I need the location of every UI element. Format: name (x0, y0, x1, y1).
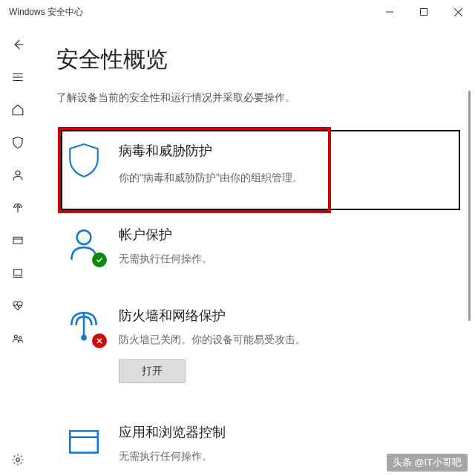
menu-button[interactable] (3, 62, 33, 92)
nav-firewall[interactable] (3, 193, 33, 223)
firewall-enable-button[interactable]: 打开 (119, 359, 186, 383)
card-firewall-desc: 防火墙已关闭。你的设备可能易受攻击。 (119, 332, 306, 348)
card-firewall-title: 防火墙和网络保护 (119, 307, 306, 325)
svg-rect-10 (13, 237, 22, 244)
svg-rect-22 (70, 431, 98, 452)
card-account-desc: 无需执行任何操作。 (119, 251, 212, 267)
card-firewall-wrap: 防火墙和网络保护 防火墙已关闭。你的设备可能易受攻击。 打开 (56, 295, 472, 392)
nav-family[interactable] (3, 324, 33, 353)
maximize-button[interactable] (407, 0, 441, 24)
titlebar: Windows 安全中心 (0, 0, 475, 24)
svg-point-17 (77, 230, 91, 244)
scrollbar[interactable] (468, 91, 471, 321)
error-badge-icon (92, 333, 107, 348)
content-area: 安全性概览 了解设备当前的安全性和运行情况并采取必要操作。 病毒和威胁防护 你的… (36, 24, 475, 476)
nav-device-security[interactable] (3, 258, 33, 288)
card-account-title: 帐户保护 (119, 226, 212, 244)
card-account-wrap: 帐户保护 无需执行任何操作。 (56, 214, 472, 276)
svg-rect-1 (421, 9, 428, 16)
firewall-icon (64, 305, 104, 345)
card-account[interactable]: 帐户保护 无需执行任何操作。 (56, 214, 472, 276)
page-subtitle: 了解设备当前的安全性和运行情况并采取必要操作。 (56, 91, 472, 105)
nav-settings[interactable] (3, 445, 33, 475)
page-title: 安全性概览 (56, 45, 472, 75)
card-app-title: 应用和浏览器控制 (119, 423, 226, 441)
card-virus-title: 病毒和威胁防护 (119, 142, 303, 160)
svg-point-15 (19, 336, 22, 339)
close-button[interactable] (441, 0, 475, 24)
shield-icon (64, 140, 104, 180)
card-virus-desc: 你的"病毒和威胁防护"由你的组织管理。 (119, 170, 303, 186)
back-button[interactable] (3, 30, 33, 59)
svg-point-14 (14, 335, 17, 338)
side-nav (0, 24, 36, 476)
minimize-button[interactable] (373, 0, 407, 24)
card-firewall[interactable]: 防火墙和网络保护 防火墙已关闭。你的设备可能易受攻击。 打开 (56, 295, 472, 392)
card-virus-wrap: 病毒和威胁防护 你的"病毒和威胁防护"由你的组织管理。 (56, 130, 472, 195)
svg-point-8 (16, 171, 20, 175)
check-badge-icon (92, 252, 107, 267)
card-virus[interactable]: 病毒和威胁防护 你的"病毒和威胁防护"由你的组织管理。 (56, 130, 472, 195)
watermark: 头条 @IT小哥吧 (387, 454, 468, 472)
account-icon (64, 224, 104, 264)
card-app-desc: 无需执行任何操作。 (119, 449, 226, 464)
svg-point-16 (16, 458, 20, 462)
svg-rect-12 (14, 270, 22, 276)
nav-account[interactable] (3, 160, 33, 190)
window-title: Windows 安全中心 (9, 6, 83, 19)
app-browser-icon (64, 422, 104, 462)
nav-home[interactable] (3, 95, 33, 125)
window-controls (373, 0, 475, 24)
nav-virus[interactable] (3, 128, 33, 157)
nav-app-browser[interactable] (3, 226, 33, 255)
svg-point-19 (82, 336, 85, 339)
nav-device-health[interactable] (3, 291, 33, 321)
